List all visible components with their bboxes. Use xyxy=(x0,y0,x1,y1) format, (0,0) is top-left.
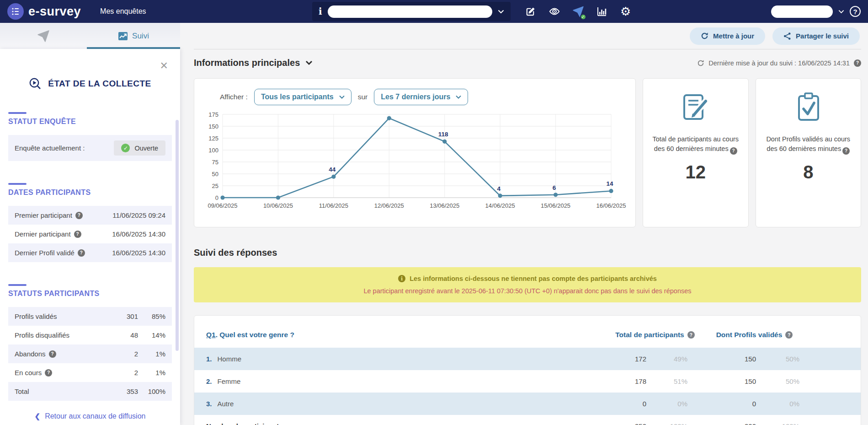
form-edit-icon xyxy=(678,91,714,124)
help-icon[interactable]: ? xyxy=(49,350,56,358)
statuts-participants-heading: STATUTS PARTICIPANTS xyxy=(8,284,172,298)
responses-table-card: Q1. Quel est votre genre ? Total de part… xyxy=(194,315,861,425)
svg-text:125: 125 xyxy=(208,135,218,142)
svg-text:44: 44 xyxy=(329,166,336,173)
user-select[interactable] xyxy=(771,5,833,18)
help-icon[interactable]: ? xyxy=(854,59,861,67)
statut-enquete-heading: STATUT ENQUÊTE xyxy=(8,112,172,126)
help-icon[interactable]: ? xyxy=(687,331,695,339)
navbar-actions: ✓ ⚙ xyxy=(525,6,631,17)
send-icon[interactable]: ✓ xyxy=(573,6,584,17)
brand-name: e-survey xyxy=(28,5,81,19)
nav-mes-enquetes[interactable]: Mes enquêtes xyxy=(100,7,146,16)
date-value: 16/06/2025 14:30 xyxy=(112,249,165,257)
tab-suivi-label: Suivi xyxy=(132,32,149,41)
table-header-row: Q1. Quel est votre genre ? Total de part… xyxy=(194,322,861,348)
date-value: 16/06/2025 14:30 xyxy=(112,230,165,238)
survey-status-label: Enquête actuellement : xyxy=(15,144,85,152)
statut-row-abandons: Abandons? 2 1% xyxy=(8,344,172,363)
sidebar-header: ÉTAT DE LA COLLECTE xyxy=(8,77,172,90)
info-icon: i xyxy=(398,275,405,282)
table-row: 1.Homme 172 49% 150 50% xyxy=(194,348,861,370)
statuts-rows: Profils validés 301 85% Profils disquali… xyxy=(8,307,172,401)
svg-text:100: 100 xyxy=(208,147,218,154)
help-icon[interactable]: ? xyxy=(78,249,85,257)
logo-icon xyxy=(7,3,24,20)
last-update-status: Dernière mise à jour du suivi : 16/06/20… xyxy=(697,59,861,67)
svg-text:6: 6 xyxy=(553,184,556,191)
svg-text:50: 50 xyxy=(212,171,218,178)
survey-select[interactable] xyxy=(328,5,492,18)
results-chart-icon[interactable] xyxy=(596,6,607,17)
sent-check-badge: ✓ xyxy=(580,14,586,20)
tab-suivi[interactable]: Suivi xyxy=(87,23,180,49)
heading-accent-bar xyxy=(8,112,27,114)
edit-icon[interactable] xyxy=(525,6,536,17)
chevron-down-icon xyxy=(456,95,461,99)
status-badge: ✓ Ouverte xyxy=(114,140,165,156)
svg-text:16/06/2025: 16/06/2025 xyxy=(596,202,626,209)
content-area: ✕ ÉTAT DE LA COLLECTE STATUT ENQUÊTE Enq… xyxy=(0,49,868,425)
chevron-down-icon xyxy=(498,10,504,14)
svg-text:13/06/2025: 13/06/2025 xyxy=(430,202,459,209)
share-button[interactable]: Partager le suivi xyxy=(772,27,860,45)
date-row-premier: Premier participant? 11/06/2025 09:24 xyxy=(8,206,172,225)
help-icon[interactable]: ? xyxy=(842,147,850,155)
validated-profiles-card: Dont Profils validés au cours des 60 der… xyxy=(756,78,862,227)
svg-text:12/06/2025: 12/06/2025 xyxy=(374,202,404,209)
share-icon xyxy=(783,32,791,40)
tab-row: Suivi Mettre à jour Partager le suivi xyxy=(0,23,868,49)
table-footer-row: Nombre de participants 350 100% 300 100% xyxy=(194,415,861,425)
svg-text:14: 14 xyxy=(606,180,613,187)
heading-accent-bar xyxy=(8,284,27,286)
close-icon[interactable]: ✕ xyxy=(160,60,168,72)
participants-filter-select[interactable]: Tous les participants xyxy=(254,89,351,105)
line-chart-icon xyxy=(118,32,128,41)
help-icon[interactable]: ? xyxy=(730,147,737,155)
question-title[interactable]: Q1. Quel est votre genre ? xyxy=(194,331,612,339)
app-root: e-survey Mes enquêtes i ✓ xyxy=(0,0,868,425)
chevron-down-icon xyxy=(838,10,844,14)
survey-selector-box: i xyxy=(312,2,511,21)
svg-text:75: 75 xyxy=(212,159,218,166)
gear-icon[interactable]: ⚙ xyxy=(620,6,631,17)
svg-text:4: 4 xyxy=(497,185,501,192)
svg-text:10/06/2025: 10/06/2025 xyxy=(263,202,293,209)
sidebar-title: ÉTAT DE LA COLLECTE xyxy=(48,79,151,89)
svg-text:150: 150 xyxy=(208,123,218,130)
help-icon[interactable]: ? xyxy=(74,231,81,238)
svg-text:14/06/2025: 14/06/2025 xyxy=(485,202,515,209)
heading-accent-bar xyxy=(8,183,27,185)
search-play-icon xyxy=(29,77,42,90)
help-icon[interactable]: ? xyxy=(45,369,52,377)
main-panel: Informations principales Dernière mise à… xyxy=(180,49,868,425)
app-logo[interactable]: e-survey xyxy=(7,3,81,20)
participants-chart-card: Afficher : Tous les participants sur Les… xyxy=(194,78,636,227)
preview-eye-icon[interactable] xyxy=(549,6,560,17)
chart-controls: Afficher : Tous les participants sur Les… xyxy=(220,89,628,105)
navbar-center: i ✓ ⚙ xyxy=(312,0,631,23)
chevron-down-icon xyxy=(305,60,313,65)
update-button[interactable]: Mettre à jour xyxy=(690,27,765,45)
back-to-channels-link[interactable]: ❮ Retour aux canaux de diffusion xyxy=(0,412,180,420)
collection-status-sidebar: ✕ ÉTAT DE LA COLLECTE STATUT ENQUÊTE Enq… xyxy=(0,49,180,425)
table-row: 3.Autre 0 0% 0 0% xyxy=(194,393,861,415)
help-icon[interactable]: ? xyxy=(75,212,83,219)
info-icon[interactable]: i xyxy=(319,6,322,17)
status-badge-label: Ouverte xyxy=(134,145,158,152)
statut-row-total: Total 353 100% xyxy=(8,382,172,401)
responses-title: Suivi des réponses xyxy=(194,247,861,258)
period-filter-select[interactable]: Les 7 derniers jours xyxy=(374,89,468,105)
paper-plane-icon xyxy=(37,30,49,42)
informations-principales-title[interactable]: Informations principales xyxy=(194,58,313,68)
tab-diffusion[interactable] xyxy=(0,23,87,49)
archived-warning-banner: i Les informations ci-dessous ne tiennen… xyxy=(194,267,861,302)
check-icon: ✓ xyxy=(121,144,130,152)
help-icon[interactable]: ? xyxy=(850,6,861,17)
navbar-left: e-survey Mes enquêtes xyxy=(0,3,146,20)
participants-chart: 025507510012515017544118461409/06/202510… xyxy=(202,107,628,221)
help-icon[interactable]: ? xyxy=(785,331,793,339)
statut-row-disqualifies: Profils disqualifiés 48 14% xyxy=(8,326,172,344)
sidebar-scrollbar[interactable] xyxy=(176,120,179,351)
svg-text:25: 25 xyxy=(212,183,218,189)
